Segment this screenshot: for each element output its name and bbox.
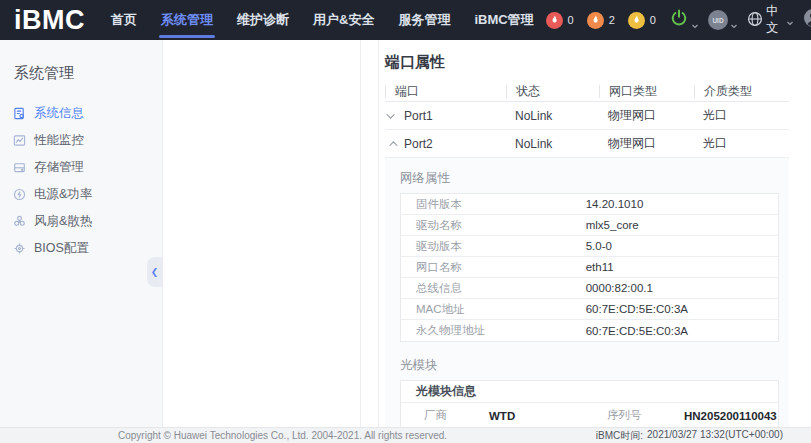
sidebar-item-system-info[interactable]: 系统信息 xyxy=(0,100,162,127)
minor-alarm-button[interactable]: 0 xyxy=(628,12,656,29)
column-header-port: 端口 xyxy=(385,85,506,98)
port-name: Port1 xyxy=(404,109,433,123)
nav-maintenance-diagnosis[interactable]: 维护诊断 xyxy=(225,0,301,40)
sidebar-item-performance-monitor[interactable]: 性能监控 xyxy=(0,127,162,154)
column-header-port-type: 网口类型 xyxy=(599,85,694,98)
port-status: NoLink xyxy=(506,137,599,151)
serial-value: HN205200110043 xyxy=(684,410,787,422)
critical-alarm-button[interactable]: 0 xyxy=(546,12,574,29)
topbar-right-cluster: 0 2 0 UID 中文 xyxy=(546,3,811,37)
sidebar-item-bios-config[interactable]: BIOS配置 xyxy=(0,235,162,262)
fan-icon xyxy=(12,215,26,229)
network-properties-table: 固件版本 14.20.1010 驱动名称 mlx5_core 驱动版本 5.0-… xyxy=(400,193,779,342)
user-avatar-icon xyxy=(803,8,811,32)
sidebar-item-label: 系统信息 xyxy=(34,105,84,122)
property-row-port-name: 网口名称 eth11 xyxy=(401,257,778,278)
active-tab-underline xyxy=(159,35,215,38)
ibmc-time: iBMC时间: 2021/03/27 13:32(UTC+00:00) xyxy=(596,429,783,443)
port-table-header: 端口 状态 网口类型 介质类型 xyxy=(385,81,789,102)
ibmc-time-label: iBMC时间: xyxy=(596,429,643,443)
sidebar-menu: 系统信息 性能监控 存储管理 电源&功率 风扇&散热 xyxy=(0,100,162,262)
optical-module-vendor-row: 厂商 WTD 序列号 HN205200110043 xyxy=(401,403,778,427)
property-row-firmware-version: 固件版本 14.20.1010 xyxy=(401,194,778,215)
critical-alarm-flame-icon xyxy=(546,12,563,29)
property-row-bus-info: 总线信息 0000:82:00.1 xyxy=(401,278,778,299)
nav-user-security[interactable]: 用户&安全 xyxy=(301,0,386,40)
power-control-button[interactable] xyxy=(669,8,699,32)
major-alarm-flame-icon xyxy=(587,12,604,29)
globe-icon xyxy=(747,11,763,30)
property-row-driver-name: 驱动名称 mlx5_core xyxy=(401,215,778,236)
major-alarm-button[interactable]: 2 xyxy=(587,12,615,29)
ibmc-logo: iBMC xyxy=(14,0,85,40)
sidebar-item-label: 存储管理 xyxy=(34,159,84,176)
major-alarm-count: 2 xyxy=(609,14,615,26)
port-type: 物理网口 xyxy=(599,107,694,124)
column-header-media-type: 介质类型 xyxy=(694,85,789,98)
sidebar-item-label: 电源&功率 xyxy=(34,186,92,203)
collapse-chevron-icon: ❮ xyxy=(151,267,159,277)
property-row-mac-address: MAC地址 60:7E:CD:5E:C0:3A xyxy=(401,299,778,320)
media-type: 光口 xyxy=(694,135,789,152)
optical-module-table: 光模块信息 厂商 WTD 序列号 HN205200110043 xyxy=(400,380,779,427)
copyright-text: Copyright © Huawei Technologies Co., Ltd… xyxy=(118,430,447,441)
sidebar-item-power[interactable]: 电源&功率 xyxy=(0,181,162,208)
top-navigation-bar: iBMC 首页 系统管理 维护诊断 用户&安全 服务管理 iBMC管理 0 2 … xyxy=(0,0,811,40)
network-properties-title: 网络属性 xyxy=(400,168,779,190)
power-supply-icon xyxy=(12,188,26,202)
minor-alarm-count: 0 xyxy=(650,14,656,26)
sidebar-collapse-button[interactable]: ❮ xyxy=(147,257,162,287)
port-status: NoLink xyxy=(506,109,599,123)
content-gutter xyxy=(361,40,379,427)
serial-label: 序列号 xyxy=(584,408,684,423)
language-selector[interactable]: 中文 xyxy=(747,3,794,37)
table-row-port1[interactable]: Port1 NoLink 物理网口 光口 xyxy=(385,102,789,130)
vendor-value: WTD xyxy=(489,410,584,422)
port2-detail-panel: 网络属性 固件版本 14.20.1010 驱动名称 mlx5_core 驱动版本 xyxy=(385,158,789,427)
collapse-chevron-up-icon[interactable] xyxy=(389,141,397,149)
port-name: Port2 xyxy=(404,137,433,151)
nav-ibmc-management[interactable]: iBMC管理 xyxy=(462,0,545,40)
bios-gear-icon xyxy=(12,242,26,256)
table-row-port2[interactable]: Port2 NoLink 物理网口 光口 xyxy=(385,130,789,158)
media-type: 光口 xyxy=(694,107,789,124)
chevron-down-icon xyxy=(691,16,699,24)
main-nav: 首页 系统管理 维护诊断 用户&安全 服务管理 iBMC管理 xyxy=(99,0,546,40)
nav-service-management[interactable]: 服务管理 xyxy=(386,0,462,40)
property-row-permanent-mac: 永久物理地址 60:7E:CD:5E:C0:3A xyxy=(401,320,778,341)
sidebar-item-label: 风扇&散热 xyxy=(34,213,92,230)
ibmc-time-value: 2021/03/27 13:32(UTC+00:00) xyxy=(647,429,783,443)
uid-icon: UID xyxy=(708,10,728,30)
page-body: 系统管理 系统信息 性能监控 存储管理 电源&功率 xyxy=(0,40,811,427)
sidebar-item-storage-management[interactable]: 存储管理 xyxy=(0,154,162,181)
ibmc-app: iBMC 首页 系统管理 维护诊断 用户&安全 服务管理 iBMC管理 0 2 … xyxy=(0,0,811,443)
sidebar: 系统管理 系统信息 性能监控 存储管理 电源&功率 xyxy=(0,40,163,427)
sidebar-item-label: 性能监控 xyxy=(34,132,84,149)
main-content: 端口属性 端口 状态 网口类型 介质类型 Port1 NoLink 物理网口 光… xyxy=(379,40,811,427)
sidebar-item-fan-cooling[interactable]: 风扇&散热 xyxy=(0,208,162,235)
empty-content-pane xyxy=(163,40,361,427)
sidebar-item-label: BIOS配置 xyxy=(34,240,89,257)
expand-chevron-down-icon[interactable] xyxy=(386,110,394,118)
power-icon xyxy=(669,8,689,32)
page-title: 端口属性 xyxy=(385,53,789,72)
column-header-status: 状态 xyxy=(506,85,599,98)
nav-system-management[interactable]: 系统管理 xyxy=(149,0,225,40)
chevron-down-icon xyxy=(786,16,794,24)
vendor-label: 厂商 xyxy=(401,408,489,423)
performance-monitor-icon xyxy=(12,134,26,148)
optical-module-info-header: 光模块信息 xyxy=(401,381,778,403)
minor-alarm-flame-icon xyxy=(628,12,645,29)
language-label: 中文 xyxy=(766,3,781,37)
port-type: 物理网口 xyxy=(599,135,694,152)
port-attributes-table: 端口 状态 网口类型 介质类型 Port1 NoLink 物理网口 光口 xyxy=(385,81,789,427)
user-menu-button[interactable] xyxy=(803,8,811,32)
sidebar-title: 系统管理 xyxy=(0,40,162,83)
footer: Copyright © Huawei Technologies Co., Ltd… xyxy=(0,427,811,443)
storage-icon xyxy=(12,161,26,175)
nav-home[interactable]: 首页 xyxy=(99,0,149,40)
system-info-icon xyxy=(12,107,26,121)
optical-module-title: 光模块 xyxy=(400,355,779,377)
chevron-down-icon xyxy=(730,16,738,24)
uid-indicator-button[interactable]: UID xyxy=(708,10,738,30)
